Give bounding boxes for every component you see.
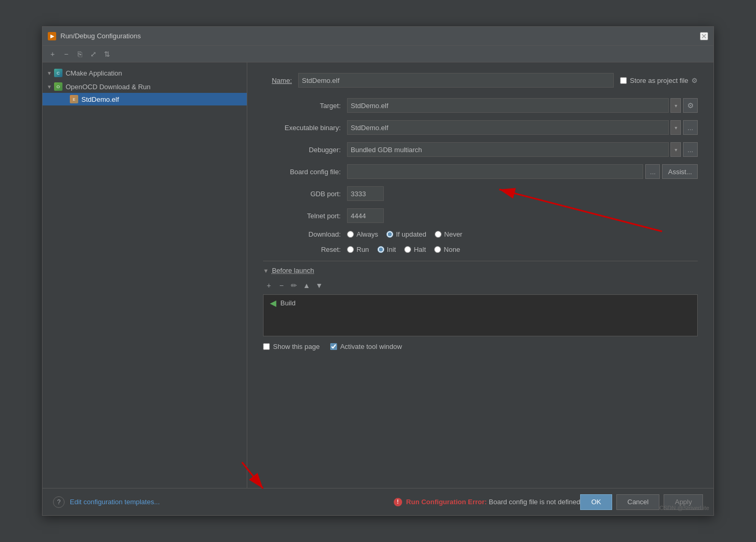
reset-none-radio[interactable] — [434, 246, 441, 253]
openocd-group-header[interactable]: ▼ O OpenOCD Download & Run — [43, 80, 247, 93]
executable-select[interactable]: StdDemo.elf — [347, 120, 669, 135]
watermark: CSDN @StriverLite — [659, 505, 709, 511]
activate-tool-label[interactable]: Activate tool window — [340, 343, 402, 350]
cmake-group-header[interactable]: ▼ C CMake Application — [43, 67, 247, 79]
download-ifupdated-radio[interactable] — [386, 231, 393, 238]
error-prefix: Run Configuration Error: — [406, 498, 487, 506]
debugger-select-wrap: Bundled GDB multiarch ▾ ... — [347, 142, 698, 157]
ok-button[interactable]: OK — [580, 494, 612, 510]
move-config-button[interactable]: ⤢ — [88, 48, 99, 60]
form-area: Name: Store as project file ⚙ Target: St… — [247, 62, 713, 488]
download-always-label[interactable]: Always — [356, 230, 378, 238]
telnet-port-label: Telnet port: — [263, 212, 347, 220]
executable-browse-button[interactable]: ... — [683, 120, 698, 135]
reset-halt-label[interactable]: Halt — [414, 246, 426, 253]
error-text: Run Configuration Error: Board config fi… — [406, 498, 581, 506]
store-gear-icon[interactable]: ⚙ — [691, 77, 698, 84]
board-config-label: Board config file: — [263, 168, 347, 176]
copy-icon: ⎘ — [78, 50, 82, 58]
error-message: ! Run Configuration Error: Board config … — [160, 498, 580, 506]
move-icon: ⤢ — [90, 50, 97, 58]
sort-config-button[interactable]: ⇅ — [101, 48, 113, 60]
bottom-bar: ? Edit configuration templates... ! Run … — [43, 488, 713, 515]
name-row: Name: Store as project file ⚙ — [263, 73, 698, 88]
reset-run-radio[interactable] — [347, 246, 354, 253]
download-radio-group: Always If updated Never — [347, 230, 463, 238]
show-page-checkbox[interactable] — [263, 343, 270, 350]
before-launch-collapse-arrow[interactable]: ▼ — [263, 268, 269, 274]
stddemo-elf-item[interactable]: E StdDemo.elf — [43, 93, 247, 105]
reset-init-item: Init — [377, 246, 396, 253]
dialog-title: Run/Debug Configurations — [60, 32, 700, 40]
help-icon: ? — [57, 498, 61, 506]
openocd-icon: O — [54, 82, 62, 91]
build-launch-item: ◀ Build — [266, 297, 695, 309]
download-always-item: Always — [347, 230, 378, 238]
edit-templates-link[interactable]: Edit configuration templates... — [70, 498, 160, 506]
assist-button[interactable]: Assist... — [662, 164, 698, 179]
name-input[interactable] — [298, 73, 614, 88]
download-ifupdated-item: If updated — [386, 230, 426, 238]
debugger-dropdown-arrow[interactable]: ▾ — [670, 142, 681, 157]
elf-icon: E — [70, 95, 78, 103]
board-browse-icon: ... — [650, 168, 656, 176]
board-config-browse-button[interactable]: ... — [645, 164, 660, 179]
gdb-port-row: GDB port: — [263, 186, 698, 201]
run-debug-dialog: ▶ Run/Debug Configurations ✕ + − ⎘ ⤢ ⇅ ▼… — [42, 26, 714, 516]
board-config-wrap: ... Assist... — [347, 164, 698, 179]
activate-tool-checkbox[interactable] — [330, 343, 337, 350]
reset-none-item: None — [434, 246, 460, 253]
reset-none-label[interactable]: None — [444, 246, 460, 253]
store-as-project-label[interactable]: Store as project file — [630, 77, 688, 84]
store-as-project-checkbox[interactable] — [620, 77, 627, 84]
cmake-collapse-arrow: ▼ — [47, 70, 52, 76]
telnet-port-input[interactable] — [347, 208, 384, 223]
executable-dropdown-arrow[interactable]: ▾ — [670, 120, 681, 135]
target-select-wrap: StdDemo.elf ▾ ⚙ — [347, 98, 698, 113]
download-label: Download: — [263, 230, 347, 238]
green-arrow-icon: ◀ — [270, 298, 276, 308]
download-never-radio[interactable] — [435, 231, 442, 238]
launch-down-button[interactable]: ▼ — [313, 280, 325, 291]
show-page-label[interactable]: Show this page — [273, 343, 320, 350]
sort-icon: ⇅ — [104, 50, 110, 58]
configurations-toolbar: + − ⎘ ⤢ ⇅ — [43, 46, 713, 62]
error-icon: ! — [394, 498, 402, 506]
download-always-radio[interactable] — [347, 231, 354, 238]
debugger-browse-button[interactable]: ... — [683, 142, 698, 157]
gdb-port-input[interactable] — [347, 186, 384, 201]
help-button[interactable]: ? — [53, 496, 65, 508]
show-page-check-item: Show this page — [263, 343, 320, 350]
openocd-collapse-arrow: ▼ — [47, 84, 52, 90]
cancel-button[interactable]: Cancel — [616, 494, 659, 510]
store-as-project-row: Store as project file ⚙ — [620, 77, 698, 84]
executable-select-wrap: StdDemo.elf ▾ ... — [347, 120, 698, 135]
target-gear-button[interactable]: ⚙ — [683, 98, 698, 113]
footer-checkboxes: Show this page Activate tool window — [263, 343, 698, 350]
remove-config-button[interactable]: − — [60, 48, 72, 60]
target-dropdown-arrow[interactable]: ▾ — [670, 98, 681, 113]
reset-halt-item: Halt — [404, 246, 426, 253]
cmake-group: ▼ C CMake Application — [43, 67, 247, 79]
reset-run-label[interactable]: Run — [356, 246, 369, 253]
before-launch-header: ▼ Before launch — [263, 267, 698, 274]
add-config-button[interactable]: + — [47, 48, 58, 60]
debugger-label: Debugger: — [263, 146, 347, 154]
gdb-port-label: GDB port: — [263, 190, 347, 198]
download-ifupdated-label[interactable]: If updated — [396, 230, 426, 238]
copy-config-button[interactable]: ⎘ — [74, 48, 86, 60]
launch-up-button[interactable]: ▲ — [301, 280, 312, 291]
launch-toolbar: + − ✏ ▲ ▼ — [263, 280, 698, 291]
launch-remove-button[interactable]: − — [276, 280, 287, 291]
launch-add-button[interactable]: + — [263, 280, 275, 291]
sidebar: ▼ C CMake Application ▼ O OpenOCD Downlo… — [43, 62, 247, 488]
target-select[interactable]: StdDemo.elf — [347, 98, 669, 113]
debugger-select[interactable]: Bundled GDB multiarch — [347, 142, 669, 157]
download-never-label[interactable]: Never — [444, 230, 463, 238]
close-button[interactable]: ✕ — [700, 32, 708, 40]
board-config-input[interactable] — [347, 164, 643, 179]
launch-edit-button[interactable]: ✏ — [288, 280, 300, 291]
reset-init-label[interactable]: Init — [387, 246, 396, 253]
reset-halt-radio[interactable] — [404, 246, 411, 253]
reset-init-radio[interactable] — [377, 246, 384, 253]
